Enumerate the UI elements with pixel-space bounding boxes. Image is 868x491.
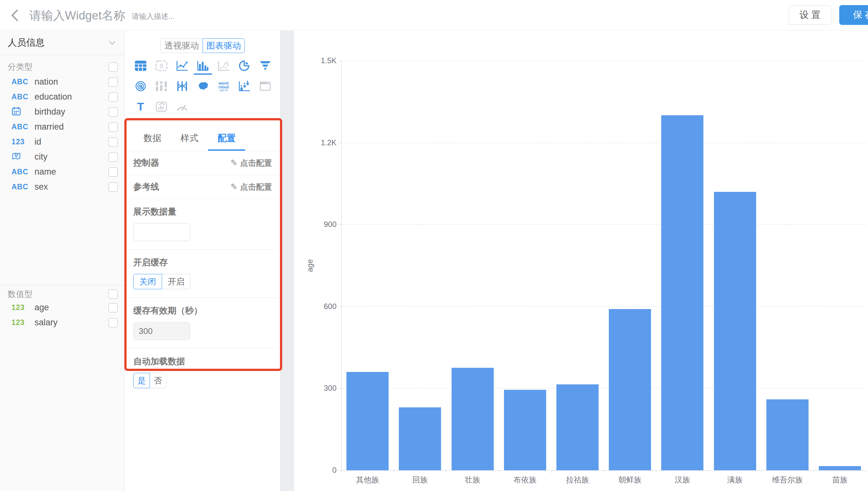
chart-type-table-icon[interactable]	[130, 60, 151, 79]
edit-icon: ✎	[230, 158, 238, 168]
config-tabs: 数据样式配置	[125, 128, 280, 151]
cache-expiry-label: 缓存有效期（秒）	[133, 305, 272, 316]
controller-row: 控制器 ✎点击配置	[125, 151, 280, 175]
chart-type-line-chart-icon[interactable]	[172, 60, 192, 79]
x-axis-tick	[866, 470, 866, 473]
sidebar-field-sex[interactable]: ABCsex	[0, 179, 124, 195]
y-axis-tick-label: 600	[306, 302, 336, 311]
panel-chart-gap	[280, 31, 294, 491]
sidebar-field-salary[interactable]: 123salary	[0, 315, 124, 330]
cache-expiry-input[interactable]	[133, 322, 190, 340]
categorical-select-all-checkbox[interactable]	[108, 62, 118, 72]
x-axis-tick-label: 其他族	[341, 475, 394, 485]
save-button[interactable]: 保 存	[839, 5, 868, 25]
chart-type-text-icon[interactable]: T	[130, 101, 151, 119]
y-axis-tick-label: 1.5K	[306, 56, 336, 65]
display-count-row: 展示数据量	[125, 199, 280, 250]
chart-type-map-icon[interactable]	[192, 81, 213, 99]
bar-维吾尔族	[766, 399, 809, 470]
field-name-label: birthday	[34, 107, 108, 117]
chart-type-scatter-icon[interactable]	[213, 60, 234, 79]
dataset-selector[interactable]: 人员信息	[0, 31, 124, 55]
sidebar-field-education[interactable]: ABCeducation	[0, 89, 124, 105]
bar-满族	[714, 192, 756, 470]
x-axis-tick-label: 朝鲜族	[604, 475, 656, 485]
x-axis-tick-label: 苗族	[814, 475, 866, 485]
field-checkbox[interactable]	[108, 167, 118, 177]
sidebar-field-name[interactable]: ABCname	[0, 165, 124, 179]
display-count-label: 展示数据量	[133, 206, 272, 218]
y-axis-tick	[338, 143, 341, 143]
field-checkbox[interactable]	[108, 107, 118, 117]
cache-toggle: 关闭 开启	[133, 274, 272, 289]
x-axis-tick-label: 回族	[394, 475, 446, 485]
field-checkbox[interactable]	[108, 122, 118, 132]
chart-type-scorecard-icon[interactable]: 8	[151, 60, 172, 79]
chart-type-rich-text-icon[interactable]	[151, 101, 172, 119]
x-axis-tick-label: 汉族	[656, 475, 708, 485]
gridline	[341, 143, 866, 143]
sidebar-field-id[interactable]: 123id	[0, 135, 124, 149]
chevron-down-icon	[108, 38, 117, 47]
x-axis-tick-label: 拉祜族	[551, 475, 604, 485]
tab-style[interactable]: 样式	[171, 128, 208, 151]
chart-drive-button[interactable]: 图表驱动	[202, 38, 245, 53]
display-count-input[interactable]	[133, 223, 190, 241]
chart-type-gauge-icon[interactable]	[172, 101, 192, 119]
field-checkbox[interactable]	[108, 182, 118, 192]
reference-line-configure-link[interactable]: ✎点击配置	[230, 182, 272, 192]
field-checkbox[interactable]	[108, 318, 118, 327]
chart-type-funnel-icon[interactable]	[255, 60, 275, 79]
field-checkbox[interactable]	[108, 77, 118, 87]
reference-line-row: 参考线 ✎点击配置	[125, 175, 280, 199]
auto-load-yes-button[interactable]: 是	[133, 373, 150, 388]
chart-type-pie-chart-icon[interactable]	[234, 60, 255, 79]
pivot-drive-button[interactable]: 透视驱动	[160, 38, 202, 53]
x-axis-tick	[761, 470, 762, 473]
bar-壮族	[452, 368, 494, 470]
field-checkbox[interactable]	[108, 152, 118, 162]
y-axis-tick-label: 0	[306, 466, 336, 475]
cache-on-button[interactable]: 开启	[162, 274, 190, 289]
field-name-label: nation	[34, 77, 108, 87]
numeric-select-all-checkbox[interactable]	[108, 289, 118, 299]
back-icon[interactable]	[8, 8, 22, 22]
auto-load-toggle: 是 否	[133, 373, 272, 388]
chart-type-sankey-icon[interactable]	[151, 81, 172, 99]
x-axis-tick	[814, 470, 814, 473]
widget-name-input[interactable]: 请输入Widget名称	[29, 8, 125, 24]
x-axis-tick	[394, 470, 394, 473]
bar-拉祜族	[557, 384, 599, 470]
x-axis-tick-label: 布依族	[499, 475, 551, 485]
tab-config[interactable]: 配置	[208, 128, 245, 151]
widget-description-input[interactable]: 请输入描述...	[132, 11, 174, 21]
y-axis-title: age	[305, 259, 315, 272]
chart-type-word-cloud-icon[interactable]: word cloud agile Bi	[213, 81, 234, 99]
text-type-icon: ABC	[11, 123, 34, 131]
svg-text:8: 8	[160, 62, 163, 69]
auto-load-no-button[interactable]: 否	[150, 373, 166, 388]
sidebar-field-birthday[interactable]: birthday	[0, 105, 124, 119]
field-checkbox[interactable]	[108, 137, 118, 147]
sidebar-field-nation[interactable]: ABCnation	[0, 75, 124, 89]
field-checkbox[interactable]	[108, 92, 118, 102]
x-axis-tick	[708, 470, 709, 473]
gridline	[341, 388, 866, 388]
x-axis-tick-label: 维吾尔族	[761, 475, 814, 485]
sidebar-field-city[interactable]: city	[0, 149, 124, 165]
sidebar-field-married[interactable]: ABCmarried	[0, 119, 124, 135]
chart-type-waterfall-icon[interactable]	[234, 81, 255, 99]
chart-type-bar-chart-icon[interactable]	[192, 60, 213, 79]
controller-configure-link[interactable]: ✎点击配置	[230, 158, 272, 168]
tab-data[interactable]: 数据	[134, 128, 171, 151]
chart-type-parallel-icon[interactable]	[172, 81, 192, 99]
sidebar-field-age[interactable]: 123age	[0, 300, 124, 315]
chart-type-iframe-icon[interactable]	[255, 81, 275, 99]
chart-type-radar-icon[interactable]	[130, 81, 151, 99]
text-type-icon: ABC	[11, 78, 34, 86]
field-checkbox[interactable]	[108, 303, 118, 313]
edit-icon: ✎	[230, 182, 238, 192]
settings-button[interactable]: 设 置	[789, 5, 831, 25]
cache-off-button[interactable]: 关闭	[133, 274, 162, 289]
field-name-label: salary	[34, 318, 108, 327]
